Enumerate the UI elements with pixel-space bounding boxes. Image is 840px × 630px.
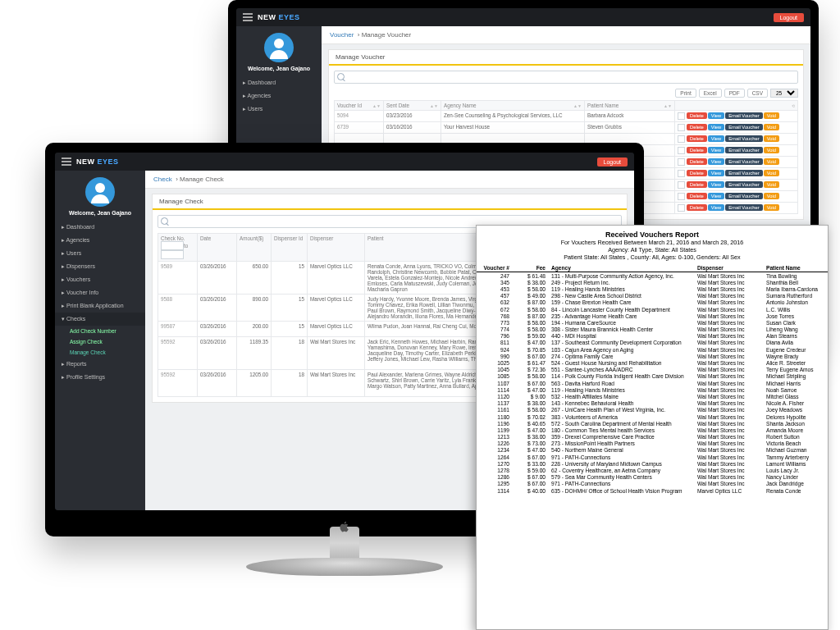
- breadcrumb: Voucher › Manage Voucher: [322, 26, 810, 44]
- email-button[interactable]: Email Voucher: [725, 147, 762, 153]
- row-checkbox[interactable]: [678, 170, 685, 177]
- row-checkbox[interactable]: [678, 147, 685, 154]
- view-button[interactable]: View: [708, 193, 724, 199]
- delete-button[interactable]: Delete: [687, 193, 707, 199]
- sidebar-item[interactable]: ▾ Checks: [55, 313, 145, 326]
- export-toolbar: Print Excel PDF CSV 25: [334, 89, 798, 98]
- email-button[interactable]: Email Voucher: [725, 135, 762, 142]
- email-button[interactable]: Email Voucher: [725, 204, 762, 211]
- table-row: 1295$ 67.00971 - PATH-ConnectionsWal Mar…: [477, 481, 828, 487]
- view-button[interactable]: View: [708, 158, 724, 165]
- table-row: 453$ 58.00119 - Healing Hands Ministries…: [477, 285, 828, 292]
- col-sent-date[interactable]: Sent Date▲▼: [384, 101, 441, 111]
- view-button[interactable]: View: [708, 112, 724, 119]
- delete-button[interactable]: Delete: [687, 112, 707, 119]
- delete-button[interactable]: Delete: [687, 135, 707, 142]
- sidebar-subitem[interactable]: Manage Check: [55, 347, 145, 358]
- void-button[interactable]: Void: [764, 158, 779, 165]
- sidebar-item[interactable]: ▸ Print Blank Application: [55, 299, 145, 313]
- row-checkbox[interactable]: [678, 204, 685, 212]
- view-button[interactable]: View: [708, 170, 724, 176]
- void-button[interactable]: Void: [764, 147, 779, 153]
- email-button[interactable]: Email Voucher: [725, 112, 762, 119]
- col-patient[interactable]: Patient Name▲▼: [585, 101, 675, 111]
- checkno-to[interactable]: [161, 250, 184, 259]
- view-button[interactable]: View: [708, 124, 724, 130]
- col-amount[interactable]: Amount($): [237, 234, 272, 262]
- sidebar-item[interactable]: ▸ Reports: [55, 358, 145, 371]
- view-button[interactable]: View: [708, 135, 724, 142]
- delete-button[interactable]: Delete: [687, 170, 707, 176]
- sidebar-item[interactable]: ▸ Dashboard: [236, 76, 322, 89]
- delete-button[interactable]: Delete: [687, 124, 707, 130]
- sidebar-item[interactable]: ▸ Users: [236, 103, 322, 116]
- sidebar-item[interactable]: ▸ Vouchers: [55, 273, 145, 286]
- topbar: NEW EYES Logout: [55, 153, 634, 171]
- col-check-no[interactable]: Check No. to: [158, 234, 198, 262]
- menu-icon[interactable]: [243, 13, 253, 21]
- email-button[interactable]: Email Voucher: [725, 158, 762, 165]
- checkno-from[interactable]: [161, 241, 184, 250]
- menu-icon[interactable]: [62, 158, 71, 166]
- breadcrumb-root[interactable]: Voucher: [330, 31, 354, 39]
- view-button[interactable]: View: [708, 204, 724, 211]
- void-button[interactable]: Void: [764, 170, 779, 176]
- print-button[interactable]: Print: [675, 89, 696, 98]
- delete-button[interactable]: Delete: [687, 158, 707, 165]
- table-row: 1045$ 72.36551 - Santee-Lynches AAA/ADRC…: [477, 367, 828, 373]
- logout-button[interactable]: Logout: [774, 13, 804, 22]
- breadcrumb-root[interactable]: Check: [153, 176, 172, 183]
- void-button[interactable]: Void: [764, 112, 779, 119]
- table-row: 1120$ 9.00532 - Health Affiliates MaineW…: [477, 393, 828, 399]
- delete-button[interactable]: Delete: [687, 204, 707, 211]
- sidebar-item[interactable]: ▸ Users: [55, 247, 145, 260]
- row-checkbox[interactable]: [678, 181, 685, 189]
- void-button[interactable]: Void: [764, 204, 779, 211]
- row-checkbox[interactable]: [678, 158, 685, 166]
- view-button[interactable]: View: [708, 181, 724, 188]
- col-dispenser[interactable]: Dispenser: [308, 234, 365, 262]
- col-dispid[interactable]: Dispenser Id: [272, 234, 308, 262]
- sidebar-item[interactable]: ▸ Dispensers: [55, 260, 145, 273]
- sidebar-item[interactable]: ▸ Agencies: [236, 89, 322, 103]
- void-button[interactable]: Void: [764, 193, 779, 199]
- row-checkbox[interactable]: [678, 112, 685, 120]
- logout-button[interactable]: Logout: [597, 158, 628, 167]
- email-button[interactable]: Email Voucher: [725, 170, 762, 176]
- sidebar-item[interactable]: ▸ Voucher Info: [55, 286, 145, 299]
- table-row: 457$ 49.00298 - New Castle Area School D…: [477, 293, 828, 299]
- void-button[interactable]: Void: [764, 181, 779, 188]
- void-button[interactable]: Void: [764, 135, 779, 142]
- sidebar-item[interactable]: ▸ Agencies: [55, 234, 145, 247]
- sidebar-item[interactable]: ▸ Dashboard: [55, 221, 145, 234]
- csv-button[interactable]: CSV: [747, 89, 768, 98]
- delete-button[interactable]: Delete: [687, 147, 707, 153]
- panel-title: Manage Voucher: [329, 50, 803, 66]
- col-agency[interactable]: Agency Name▲▼: [441, 101, 585, 111]
- pagesize-select[interactable]: 25: [770, 89, 798, 98]
- excel-button[interactable]: Excel: [699, 89, 722, 98]
- email-button[interactable]: Email Voucher: [725, 181, 762, 188]
- view-button[interactable]: View: [708, 147, 724, 153]
- welcome-text: Welcome, Jean Gajano: [240, 66, 318, 71]
- avatar: [264, 33, 294, 62]
- row-checkbox[interactable]: [678, 193, 685, 200]
- table-row: 1314$ 40.00635 - DOHMH/ Office of School…: [477, 487, 828, 494]
- pdf-button[interactable]: PDF: [724, 89, 745, 98]
- breadcrumb: Check › Manage Check: [145, 171, 634, 189]
- col-voucher-id[interactable]: Voucher Id▲▼: [335, 101, 384, 111]
- sidebar-item[interactable]: ▸ Profile Settings: [55, 371, 145, 384]
- void-button[interactable]: Void: [764, 124, 779, 130]
- row-checkbox[interactable]: [678, 135, 685, 143]
- sidebar-subitem[interactable]: Add Check Number: [55, 326, 145, 336]
- row-checkbox[interactable]: [678, 124, 685, 131]
- table-row: 768$ 87.00235 - Advantage Home Health Ca…: [477, 313, 828, 319]
- email-button[interactable]: Email Voucher: [725, 124, 762, 130]
- col-date[interactable]: Date: [198, 234, 237, 262]
- search-input[interactable]: [334, 71, 798, 84]
- sidebar-subitem[interactable]: Assign Check: [55, 336, 145, 347]
- delete-button[interactable]: Delete: [687, 181, 707, 188]
- email-button[interactable]: Email Voucher: [725, 193, 762, 199]
- table-row: 1107$ 67.00563 - Davita Harford RoadWal …: [477, 380, 828, 386]
- search-icon: [337, 73, 345, 80]
